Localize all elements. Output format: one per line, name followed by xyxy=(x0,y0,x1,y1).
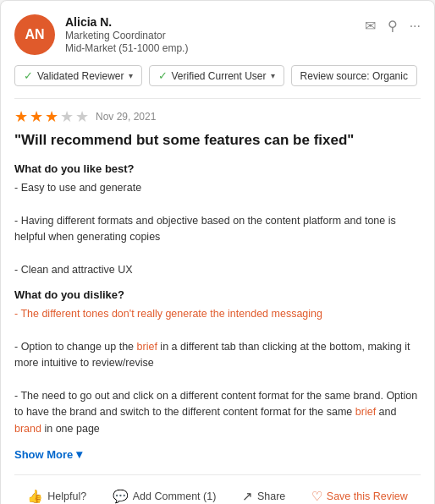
user-section: AN Alicia N. Marketing Coordinator Mid-M… xyxy=(14,14,188,55)
user-name: Alicia N. xyxy=(65,15,188,29)
share-icon: ↗ xyxy=(242,489,253,504)
action-bar: 👍 Helpful? 💬 Add Comment (1) ↗ Share ♡ S… xyxy=(14,474,421,504)
add-comment-label: Add Comment (1) xyxy=(133,490,217,502)
badge-verified[interactable]: ✓ Verified Current User ▾ xyxy=(149,65,284,86)
badge-source: Review source: Organic xyxy=(291,65,417,86)
badge-validated[interactable]: ✓ Validated Reviewer ▾ xyxy=(14,65,142,86)
badge-validated-label: Validated Reviewer xyxy=(37,70,124,82)
brief-highlight-1: brief xyxy=(137,341,157,353)
badge-verified-label: Verified Current User xyxy=(172,70,267,82)
chevron-down-icon: ▾ xyxy=(129,71,133,80)
review-title: "Will recommend but some features can be… xyxy=(14,131,421,151)
star-2: ★ xyxy=(30,109,43,124)
card-header: AN Alicia N. Marketing Coordinator Mid-M… xyxy=(14,14,421,55)
review-card: AN Alicia N. Marketing Coordinator Mid-M… xyxy=(0,0,435,504)
badge-row: ✓ Validated Reviewer ▾ ✓ Verified Curren… xyxy=(14,65,421,86)
share-label: Share xyxy=(257,490,285,502)
add-comment-button[interactable]: 💬 Add Comment (1) xyxy=(107,485,222,504)
save-review-button[interactable]: ♡ Save this Review xyxy=(306,485,413,504)
brand-highlight: brand xyxy=(14,423,41,435)
show-more-label: Show More xyxy=(14,448,73,461)
save-label: Save this Review xyxy=(327,490,408,502)
mail-icon[interactable]: ✉ xyxy=(365,18,376,34)
likes-label: What do you like best? xyxy=(14,162,421,175)
rating-row: ★ ★ ★ ★ ★ Nov 29, 2021 xyxy=(14,109,421,124)
brief-highlight-2: brief xyxy=(355,406,376,418)
helpful-label: Helpful? xyxy=(47,490,86,502)
avatar: AN xyxy=(14,14,55,55)
badge-source-label: Review source: Organic xyxy=(300,70,408,82)
likes-text: - Easy to use and generate - Having diff… xyxy=(14,180,421,278)
thumbs-up-icon: 👍 xyxy=(27,489,43,504)
more-icon[interactable]: ··· xyxy=(410,19,421,34)
star-3: ★ xyxy=(45,109,58,124)
dislikes-line1: - The different tones don't really gener… xyxy=(14,308,322,320)
dislikes-text: - The different tones don't really gener… xyxy=(14,306,421,437)
user-company: Mid-Market (51-1000 emp.) xyxy=(65,42,188,54)
user-info: Alicia N. Marketing Coordinator Mid-Mark… xyxy=(65,15,188,54)
chevron-down-icon-2: ▾ xyxy=(271,71,275,80)
user-role: Marketing Coordinator xyxy=(65,30,188,41)
comment-icon: 💬 xyxy=(113,489,129,504)
link-icon[interactable]: ⚲ xyxy=(388,18,398,34)
review-date: Nov 29, 2021 xyxy=(96,111,156,123)
chevron-down-icon-3: ▾ xyxy=(76,447,82,461)
star-4: ★ xyxy=(60,109,74,124)
dislikes-label: What do you dislike? xyxy=(14,288,421,301)
check-icon-2: ✓ xyxy=(158,69,168,82)
share-button[interactable]: ↗ Share xyxy=(237,485,290,504)
show-more-button[interactable]: Show More ▾ xyxy=(14,447,421,461)
section-divider xyxy=(14,98,421,99)
star-rating: ★ ★ ★ ★ ★ xyxy=(14,109,89,124)
heart-icon: ♡ xyxy=(311,489,322,504)
star-1: ★ xyxy=(14,109,28,124)
check-icon: ✓ xyxy=(24,69,33,82)
helpful-button[interactable]: 👍 Helpful? xyxy=(22,485,91,504)
header-actions: ✉ ⚲ ··· xyxy=(365,18,421,34)
star-5: ★ xyxy=(75,109,89,124)
